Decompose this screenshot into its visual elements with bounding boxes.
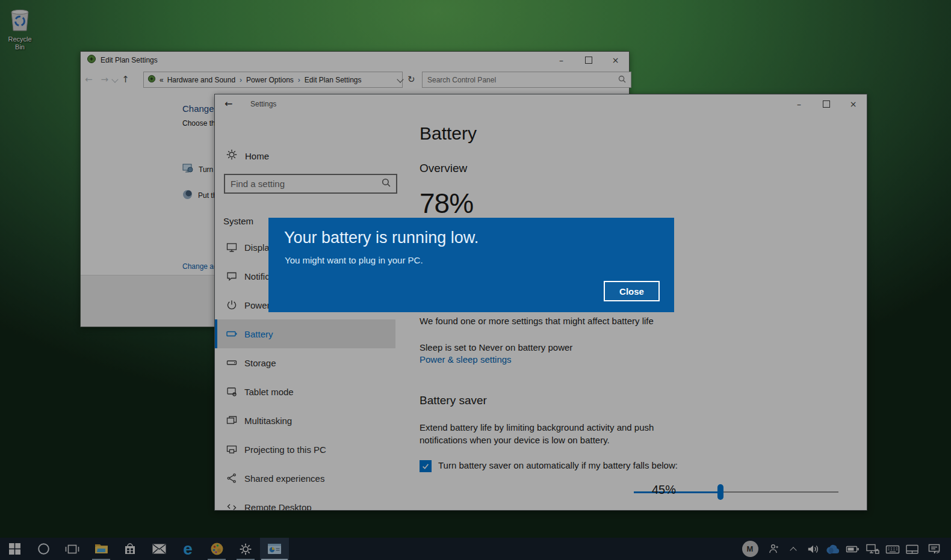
touch-keyboard-button[interactable] xyxy=(882,538,902,560)
sidebar-item-label: Tablet mode xyxy=(244,387,294,397)
dialog-body: You might want to plug in your PC. xyxy=(285,255,423,265)
dialog-title: Your battery is running low. xyxy=(284,229,479,247)
up-icon[interactable]: ↑ xyxy=(117,74,134,85)
dialog-close-button[interactable]: Close xyxy=(604,281,660,301)
sidebar-item-battery[interactable]: Battery xyxy=(215,319,395,348)
task-view-button[interactable] xyxy=(58,538,87,560)
find-a-setting-input[interactable]: Find a setting xyxy=(224,174,397,194)
hidden-icons-chevron[interactable] xyxy=(783,538,803,560)
find-placeholder: Find a setting xyxy=(231,179,382,189)
recycle-bin-icon xyxy=(7,24,33,34)
section-label-system: System xyxy=(223,216,253,226)
touchpad-button[interactable] xyxy=(902,538,922,560)
settings-titlebar[interactable]: ← Settings – × xyxy=(215,94,867,114)
search-icon xyxy=(618,75,626,85)
power-sleep-settings-link[interactable]: Power & sleep settings xyxy=(420,354,512,365)
volume-button[interactable] xyxy=(803,538,823,560)
control-panel-search-input[interactable]: Search Control Panel xyxy=(422,72,631,88)
sidebar-item-label: Battery xyxy=(244,329,273,339)
battery-tray-button[interactable] xyxy=(843,538,863,560)
close-button[interactable]: × xyxy=(602,52,629,69)
microsoft-store-button[interactable] xyxy=(116,538,144,560)
edge-icon: e xyxy=(183,541,193,558)
sleep-setting-text: Sleep is set to Never on battery power xyxy=(420,342,572,352)
microsoft-edge-button[interactable]: e xyxy=(173,538,202,560)
start-button[interactable] xyxy=(0,538,29,560)
battery-warning-dialog: Your battery is running low. You might w… xyxy=(268,218,674,312)
power-plan-icon xyxy=(87,54,96,66)
file-explorer-button[interactable] xyxy=(87,538,116,560)
slider-thumb[interactable] xyxy=(717,484,723,500)
user-avatar[interactable]: M xyxy=(737,538,763,560)
breadcrumb-hardware-and-sound[interactable]: Hardware and Sound xyxy=(167,76,235,84)
battery-saver-checkbox-row: Turn battery saver on automatically if m… xyxy=(420,460,678,472)
battery-saver-description: Extend battery life by limiting backgrou… xyxy=(420,421,660,446)
battery-saver-checkbox-label: Turn battery saver on automatically if m… xyxy=(438,460,678,470)
sidebar-item-label: Storage xyxy=(244,358,276,368)
refresh-icon[interactable]: ↻ xyxy=(405,74,418,85)
address-bar[interactable]: « Hardware and Sound › Power Options › E… xyxy=(143,72,403,88)
sidebar-item-tablet-mode[interactable]: Tablet mode xyxy=(215,377,395,406)
multitasking-icon xyxy=(226,414,238,426)
sleep-moon-icon xyxy=(182,189,193,202)
action-center-button[interactable] xyxy=(922,538,946,560)
sidebar-item-multitasking[interactable]: Multitasking xyxy=(215,406,395,435)
tablet-mode-icon xyxy=(226,386,238,398)
minimize-button[interactable]: – xyxy=(548,52,575,69)
system-tray: M xyxy=(737,538,951,560)
control-panel-power-button[interactable] xyxy=(260,538,289,560)
maximize-button[interactable] xyxy=(575,52,602,69)
close-button[interactable]: × xyxy=(840,94,867,114)
people-button[interactable] xyxy=(763,538,783,560)
remote-desktop-icon xyxy=(226,501,238,511)
sidebar-item-label: Remote Desktop xyxy=(244,502,312,511)
sidebar-item-projecting[interactable]: Projecting to this PC xyxy=(215,435,395,464)
settings-window-title: Settings xyxy=(250,100,276,108)
cp-titlebar[interactable]: Edit Plan Settings – × xyxy=(81,52,629,69)
back-icon[interactable]: ← xyxy=(225,98,232,109)
battery-icon xyxy=(226,328,238,340)
onedrive-button[interactable] xyxy=(823,538,843,560)
shared-experiences-icon xyxy=(226,472,238,484)
desktop: Recycle Bin Edit Plan Settings – × ← → ↑ xyxy=(0,0,951,560)
taskbar: e M xyxy=(0,538,951,560)
cp-window-title: Edit Plan Settings xyxy=(101,56,158,64)
recycle-bin[interactable]: Recycle Bin xyxy=(2,5,37,51)
power-icon xyxy=(226,299,238,311)
page-title: Battery xyxy=(420,123,477,144)
sidebar-item-remote-desktop[interactable]: Remote Desktop xyxy=(215,493,395,511)
maximize-button[interactable] xyxy=(813,94,840,114)
battery-saver-checkbox[interactable] xyxy=(420,460,432,472)
sidebar-item-label: Projecting to this PC xyxy=(244,445,326,455)
breadcrumb-edit-plan-settings[interactable]: Edit Plan Settings xyxy=(305,76,362,84)
maximize-icon xyxy=(585,57,592,64)
address-dropdown-chevron-icon[interactable] xyxy=(397,76,403,82)
breadcrumb-overflow[interactable]: « xyxy=(160,76,164,84)
paint-palette-button[interactable] xyxy=(202,538,231,560)
storage-icon xyxy=(226,357,238,369)
avatar-letter: M xyxy=(742,541,758,557)
power-plan-icon-small xyxy=(147,75,156,85)
overview-heading: Overview xyxy=(420,162,467,175)
settings-button[interactable] xyxy=(231,538,260,560)
back-icon[interactable]: ← xyxy=(81,74,97,85)
minimize-button[interactable]: – xyxy=(785,94,813,114)
maximize-icon xyxy=(823,100,830,108)
display-icon xyxy=(226,241,238,253)
breadcrumb-separator-icon: › xyxy=(297,76,301,84)
sidebar-item-shared-experiences[interactable]: Shared experiences xyxy=(215,464,395,493)
mail-button[interactable] xyxy=(144,538,173,560)
slider-fill xyxy=(634,491,720,493)
cortana-search-button[interactable] xyxy=(29,538,58,560)
breadcrumb-power-options[interactable]: Power Options xyxy=(246,76,294,84)
sidebar-item-storage[interactable]: Storage xyxy=(215,348,395,377)
sidebar-item-label: Multitasking xyxy=(244,416,292,426)
forward-icon[interactable]: → xyxy=(97,74,113,85)
sidebar-item-home[interactable]: Home xyxy=(226,149,269,163)
gear-icon xyxy=(226,149,238,163)
chevron-up-icon xyxy=(790,547,796,553)
search-icon xyxy=(382,178,391,189)
battery-percent: 78% xyxy=(420,187,473,220)
network-button[interactable] xyxy=(863,538,882,560)
display-clock-icon xyxy=(182,164,193,175)
